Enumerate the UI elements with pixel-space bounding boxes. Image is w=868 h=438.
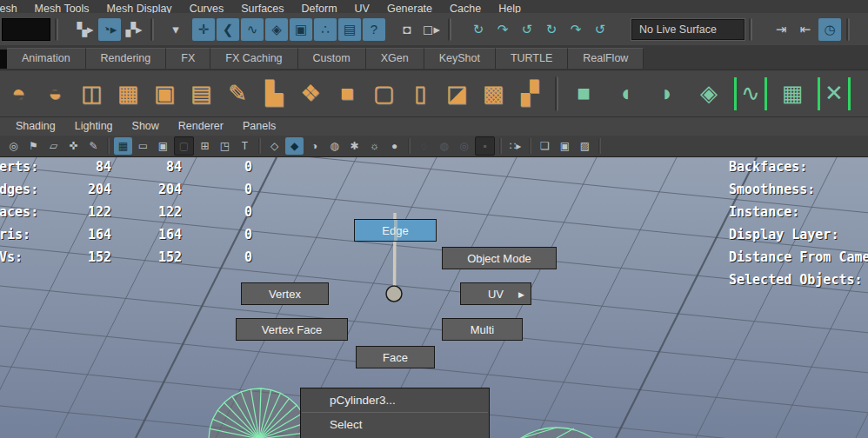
safe-action-icon[interactable]: ◳ [216, 137, 234, 155]
panel-menu-view[interactable]: View [0, 117, 6, 136]
bookmark-icon[interactable]: ⚑ [24, 137, 43, 155]
magnet-grid-icon[interactable]: ↻ [467, 18, 490, 41]
shelf-tab-custom[interactable]: Custom [298, 48, 366, 69]
select-hierarchy-icon[interactable]: ▚▸ [74, 18, 97, 41]
panel-menu-renderer[interactable]: Renderer [169, 117, 233, 136]
lock-icon[interactable]: ◘ [396, 18, 418, 41]
select-object-icon[interactable]: ◔▸ [98, 18, 121, 41]
render-view-icon[interactable]: ◉ [862, 18, 868, 41]
shelf-tab-fx-caching[interactable]: FX Caching [210, 48, 297, 69]
snap-grid-icon[interactable]: ✛ [192, 18, 215, 41]
viewport-layout-alt-icon[interactable]: ▣ [556, 137, 574, 155]
show-outputs-icon[interactable]: ⇤ [794, 18, 817, 41]
snap-view-plane-icon[interactable]: ▣ [290, 18, 312, 41]
ambient-occlusion-icon[interactable]: ● [385, 137, 404, 155]
shelf-cube-wire-icon[interactable]: ▣ [148, 77, 181, 110]
smooth-shade-icon[interactable]: ◆ [285, 137, 304, 155]
shelf-combine-icon[interactable]: ◓ [2, 77, 35, 110]
viewport-layout-icon[interactable]: ❏ [536, 137, 554, 155]
shelf-tab-xgen[interactable]: XGen [366, 48, 424, 69]
safe-title-icon[interactable]: T [236, 137, 254, 155]
shelf-contour-uv-icon[interactable]: ◗ [651, 77, 684, 110]
marking-menu-item-edge[interactable]: Edge [354, 219, 437, 242]
snap-point-icon[interactable]: ∿ [241, 18, 264, 41]
shelf-tab-keyshot[interactable]: KeyShot [424, 48, 496, 69]
shelf-unfold-uv-icon[interactable]: ✕ [818, 77, 851, 110]
help-snap-icon[interactable]: ? [363, 18, 385, 41]
shelf-tab-animation[interactable]: Animation [7, 48, 86, 69]
wireframe-mode-icon[interactable]: ◇ [265, 137, 284, 155]
select-tool-icon[interactable]: ◻▸ [420, 18, 443, 41]
shelf-mirror-icon[interactable]: ◫ [75, 77, 108, 110]
shelf-extrude-icon[interactable]: ▙ [257, 77, 290, 110]
shelf-uv-stretch-icon[interactable]: ∿ [734, 77, 767, 110]
shelf-uv-editor-icon[interactable]: ▦ [776, 77, 809, 110]
panel-menu-shading[interactable]: Shading [6, 117, 65, 136]
image-plane-icon[interactable]: ▱ [44, 137, 63, 155]
menu-mesh-tools[interactable]: Mesh Tools [26, 3, 98, 13]
panel-menu-panels[interactable]: Panels [233, 117, 285, 136]
marking-menu-item-vertex[interactable]: Vertex [241, 282, 329, 305]
quick-selection-field[interactable] [2, 18, 50, 41]
menu-generate[interactable]: Generate [378, 3, 441, 13]
particle-display-icon[interactable]: ✱ [345, 137, 364, 155]
menu-cache[interactable]: Cache [441, 3, 490, 13]
shelf-separate-icon[interactable]: ◒ [38, 77, 71, 110]
shelf-multi-cut-icon[interactable]: ✎ [221, 77, 254, 110]
shelf-wrap-icon[interactable]: ▩ [477, 77, 510, 110]
context-menu-item-select[interactable]: Select [301, 413, 489, 436]
show-inputs-icon[interactable]: ⇥ [770, 18, 792, 41]
shelf-boolean-icon[interactable]: ◪ [440, 77, 473, 110]
shelf-quad-draw-icon[interactable]: ▞ [513, 77, 546, 110]
isolate-select-icon[interactable]: ∷▸ [506, 137, 524, 155]
magnet-center-icon[interactable]: ↻ [540, 18, 563, 41]
menu-surfaces[interactable]: Surfaces [232, 3, 292, 13]
shaded-textured-icon[interactable]: ◍ [325, 137, 344, 155]
dropdown-arrow-icon[interactable]: ▾ [164, 18, 187, 41]
magnet-plane-icon[interactable]: ↷ [564, 18, 587, 41]
wireframe-cylinder-edge[interactable] [491, 428, 622, 438]
marking-menu-item-uv[interactable]: UV ▶ [460, 282, 531, 305]
menu-edit-mesh[interactable]: Edit Mesh [0, 3, 26, 13]
single-view-icon[interactable]: ▨ [576, 137, 594, 155]
perspective-viewport[interactable]: Verts:84840Edges:2042040Faces:1221220Tri… [0, 157, 868, 438]
animation-details-icon[interactable]: ◷ [818, 18, 841, 41]
context-menu-item-pcylinder3[interactable]: pCylinder3... [301, 388, 489, 412]
shelf-auto-uv-icon[interactable]: ◖ [609, 77, 642, 110]
clapboard-icon[interactable]: ▤ [338, 18, 361, 41]
grease-pencil-icon[interactable]: ✎ [84, 137, 103, 155]
select-component-icon[interactable]: ▞▸ [123, 18, 145, 41]
make-live-icon[interactable]: ∴ [314, 18, 337, 41]
menu-uv[interactable]: UV [346, 3, 378, 13]
shelf-camera-uv-icon[interactable]: ◈ [692, 77, 725, 110]
shelf-lattice-icon[interactable]: ▢ [367, 77, 400, 110]
two-d-pan-zoom-icon[interactable]: ✜ [64, 137, 83, 155]
marking-menu-center-handle[interactable] [386, 286, 402, 302]
shelf-planar-uv-icon[interactable]: ■ [567, 77, 600, 110]
magnet-curve-icon[interactable]: ↷ [491, 18, 514, 41]
panel-menu-lighting[interactable]: Lighting [65, 117, 123, 136]
marking-menu-item-face[interactable]: Face [356, 346, 435, 368]
shelf-tab-turtle[interactable]: TURTLE [496, 48, 568, 69]
marking-menu-item-multi[interactable]: Multi [442, 318, 523, 341]
menu-deform[interactable]: Deform [293, 3, 346, 13]
default-material-icon[interactable]: ◑ [305, 137, 324, 155]
shelf-smooth-icon[interactable]: ❖ [294, 77, 327, 110]
snapshot-icon[interactable]: ▪ [475, 136, 495, 156]
magnet-plain-icon[interactable]: ↺ [589, 18, 611, 41]
live-surface-field[interactable]: No Live Surface [631, 19, 744, 40]
marking-menu-item-vertex-face[interactable]: Vertex Face [236, 318, 348, 341]
shelf-append-face-icon[interactable]: ▤ [184, 77, 217, 110]
menu-curves[interactable]: Curves [181, 3, 233, 13]
camera-icon[interactable]: ◎ [4, 137, 23, 155]
menu-help[interactable]: Help [490, 3, 530, 13]
magnet-point-icon[interactable]: ↺ [516, 18, 538, 41]
shelf-fill-hole-icon[interactable]: ▦ [111, 77, 144, 110]
field-chart-icon[interactable]: ⊞ [196, 137, 214, 155]
snap-curve-icon[interactable]: ❮ [217, 18, 239, 41]
resolution-gate-icon[interactable]: ▣ [154, 137, 172, 155]
grid-icon[interactable]: ▦ [114, 137, 132, 155]
shelf-tab-realflow[interactable]: RealFlow [568, 48, 644, 69]
shelf-tab-fx[interactable]: FX [166, 48, 210, 69]
menu-mesh-display[interactable]: Mesh Display [98, 3, 181, 13]
